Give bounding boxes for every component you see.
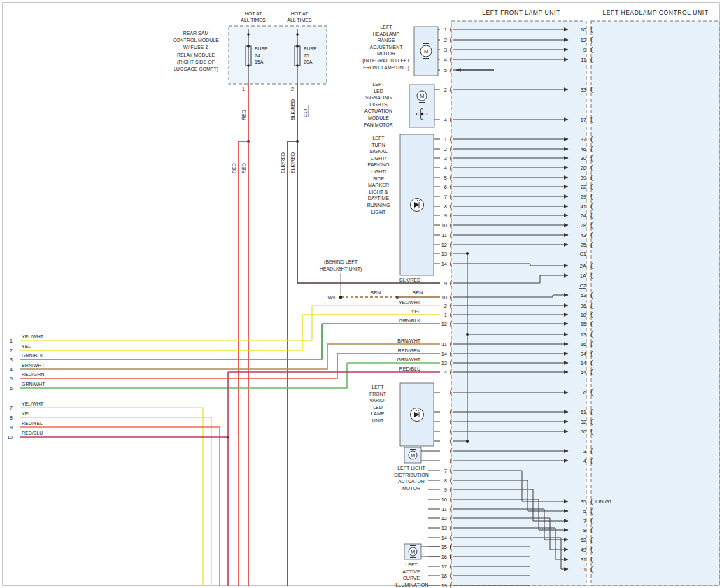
right-pin-number: 37 [581,136,586,143]
left-pin-number: 12 [441,242,447,248]
right-pin-number: 18 [581,312,586,318]
left-pin-number: 10 [441,222,447,229]
wire-color-label: BRN/WHT [22,363,45,368]
right-pin-number: 9 [583,47,586,53]
left-pin-number: 12 [441,321,447,327]
right-pin-number: 14 [581,360,586,366]
left-pin-number: 17 [441,564,447,570]
left-pin-number: 4 [444,57,447,63]
right-pin-number: 36 [581,303,586,309]
front-lamp-unit-title: LEFT FRONT LAMP UNIT [482,9,560,16]
wire-color-label: YEL/WHT [22,401,44,406]
wiring-diagram-page: LEFT FRONT LAMP UNIT LEFT HEADLAMP CONTR… [0,0,722,588]
left-pin-number: 19 [441,582,447,588]
right-pin-number: 8 [583,527,586,533]
right-pin-number: 2A [580,263,586,269]
left-pin-number: 2 [444,87,447,93]
right-pin-number: 28 [581,222,586,229]
left-pin-number: 13 [441,360,447,366]
left-pin-number: 6 [444,184,447,190]
left-wire-number: 2 [10,348,13,353]
wire-color-label: BLK/RED [290,152,295,173]
right-pin-number: 3 [583,448,586,454]
behind-headlight-note: (BEHIND LEFTHEADLIGHT UNIT) [320,259,362,272]
wire-color-label: GRN/BLK [22,353,43,358]
wire-color-label: BRN [413,290,423,295]
wire-color-label: BRN/WHT [397,338,420,343]
right-pin-number: 49 [581,547,586,553]
right-pin-number: 31 [581,557,586,563]
fuse-pin-number: 2 [291,87,294,92]
wire-color-label: RED/BLU [399,366,420,371]
right-pin-number: 5 [583,508,586,515]
right-pin-number: 1 [583,566,586,573]
right-pin-number: 6 [583,389,586,396]
fuse-terminal-dot [296,64,299,67]
left-pin-number: 2 [444,146,447,152]
right-pin-number: 11 [581,57,586,63]
right-pin-number: 13 [581,331,586,338]
wire-color-label: RED [232,163,236,173]
left-pin-number: 13 [441,251,447,257]
connector-designation: C14l [303,107,308,117]
wire-color-label: RED/GRN [398,348,420,353]
wiring-diagram: LEFT FRONT LAMP UNIT LEFT HEADLAMP CONTR… [0,0,722,588]
right-pin-number: 22 [581,184,586,190]
wire-color-label: YEL [22,411,31,416]
wire-color-label: BRN [371,290,381,295]
left-wire-number: 9 [10,425,13,430]
left-front-lamp-unit-box [451,21,586,585]
left-wire-number: 7 [10,406,13,410]
wire-color-label: RED/GRN [22,372,44,377]
wire-color-label: YEL [22,344,31,349]
left-pin-number: 15 [441,544,447,550]
wire-color-label: BLK/RED [399,278,420,282]
left-pin-number: 7 [444,194,447,200]
left-pin-number: 11 [441,341,447,347]
left-wire-number: 1 [10,338,13,343]
left-pin-number: 5 [444,175,447,181]
fuse-terminal-dot [247,64,250,67]
wire-color-label: YEL/WHT [22,334,44,339]
motor-icon-label: M [411,452,415,459]
wire-color-label: GRN/WHT [397,357,421,362]
left-pin-number: 8 [444,203,447,210]
right-pin-number: 20 [581,165,586,171]
right-pin-number: 4 [583,458,586,464]
connector-designation: C1 [579,251,586,257]
right-pin-number: 30 [581,155,586,162]
left-pin-number: 4 [444,165,447,171]
left-pin-number: 2 [444,37,447,43]
right-pin-number: 34 [581,351,586,357]
wire-color-label: RED/BLU [22,431,43,436]
left-pin-number: 14 [441,261,447,267]
right-pin-number: 15 [581,321,586,327]
motor-icon-label: M [424,48,428,55]
right-pin-number: 39 [581,175,586,181]
bus-junction-dot [466,440,469,443]
wire-color-label: BLK/RED [290,99,295,120]
wire-color-label: RED [241,163,246,173]
left-pin-number: 14 [441,351,447,357]
left-pin-number: 4 [444,117,447,123]
left-wire-number: 10 [7,435,13,440]
right-pin-number: 50 [581,429,586,435]
left-pin-number: 11 [441,232,447,238]
left-pin-number: 9 [444,487,447,493]
left-pin-number: 3 [444,155,447,162]
right-pin-number: 7 [583,518,586,524]
motor-icon-label: M [411,549,415,555]
left-pin-number: 13 [441,525,447,531]
right-pin-number: 33 [581,87,586,93]
left-pin-number: 9 [444,213,447,219]
wire-color-label: BLK/RED [281,152,285,173]
right-pin-number: 29 [581,194,586,200]
ground-name-label: W9 [328,295,336,300]
fuse-terminal-dot [247,45,250,48]
right-pin-number: 16 [581,341,586,347]
left-wire-number: 3 [10,357,13,362]
right-pin-number: 24 [581,213,586,219]
wire-color-label: GRN/BLK [399,318,420,323]
right-pin-number: 51 [581,409,586,415]
left-wire-number: 5 [10,376,13,381]
